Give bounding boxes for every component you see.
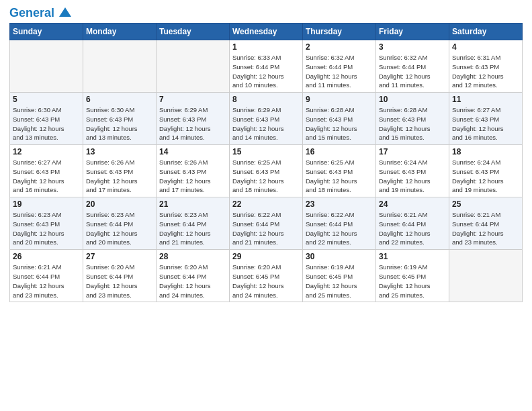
day-cell: 12Sunrise: 6:27 AMSunset: 6:43 PMDayligh… [10, 145, 83, 197]
day-number: 19 [13, 199, 80, 209]
logo: General [9, 7, 71, 19]
day-cell: 21Sunrise: 6:23 AMSunset: 6:44 PMDayligh… [157, 197, 230, 250]
day-cell: 1Sunrise: 6:33 AMSunset: 6:44 PMDaylight… [230, 40, 303, 93]
day-cell: 6Sunrise: 6:30 AMSunset: 6:43 PMDaylight… [83, 93, 157, 145]
day-cell: 23Sunrise: 6:22 AMSunset: 6:44 PMDayligh… [303, 197, 376, 250]
day-number: 27 [86, 252, 153, 261]
day-info: Sunrise: 6:29 AMSunset: 6:43 PMDaylight:… [159, 105, 226, 142]
day-cell: 4Sunrise: 6:31 AMSunset: 6:43 PMDaylight… [449, 40, 523, 93]
day-info: Sunrise: 6:23 AMSunset: 6:44 PMDaylight:… [159, 210, 226, 247]
day-cell: 8Sunrise: 6:29 AMSunset: 6:43 PMDaylight… [230, 93, 303, 145]
day-cell: 10Sunrise: 6:28 AMSunset: 6:43 PMDayligh… [376, 93, 449, 145]
day-cell: 19Sunrise: 6:23 AMSunset: 6:43 PMDayligh… [10, 197, 83, 250]
day-cell: 9Sunrise: 6:28 AMSunset: 6:43 PMDaylight… [303, 93, 376, 145]
day-info: Sunrise: 6:30 AMSunset: 6:43 PMDaylight:… [86, 105, 153, 142]
day-info: Sunrise: 6:28 AMSunset: 6:43 PMDaylight:… [379, 105, 446, 142]
day-number: 24 [379, 199, 446, 209]
weekday-header-friday: Friday [376, 24, 449, 40]
day-info: Sunrise: 6:22 AMSunset: 6:44 PMDaylight:… [306, 210, 373, 247]
week-row-4: 19Sunrise: 6:23 AMSunset: 6:43 PMDayligh… [10, 197, 523, 250]
week-row-5: 26Sunrise: 6:21 AMSunset: 6:44 PMDayligh… [10, 250, 523, 302]
day-number: 12 [13, 147, 80, 156]
calendar-container: General SundayMondayTuesdayWednesdayThur… [0, 0, 532, 411]
day-number: 13 [86, 147, 153, 156]
day-number: 22 [232, 199, 300, 209]
day-cell: 2Sunrise: 6:32 AMSunset: 6:44 PMDaylight… [303, 40, 376, 93]
day-number: 17 [379, 147, 446, 156]
day-cell: 7Sunrise: 6:29 AMSunset: 6:43 PMDaylight… [157, 93, 230, 145]
logo-line1: General [9, 7, 71, 19]
day-info: Sunrise: 6:33 AMSunset: 6:44 PMDaylight:… [232, 53, 300, 90]
weekday-header-tuesday: Tuesday [157, 24, 230, 40]
day-number: 20 [86, 199, 153, 209]
day-number: 26 [13, 252, 80, 261]
day-info: Sunrise: 6:24 AMSunset: 6:43 PMDaylight:… [379, 158, 446, 195]
day-cell: 13Sunrise: 6:26 AMSunset: 6:43 PMDayligh… [83, 145, 157, 197]
day-cell: 24Sunrise: 6:21 AMSunset: 6:44 PMDayligh… [376, 197, 449, 250]
week-row-1: 1Sunrise: 6:33 AMSunset: 6:44 PMDaylight… [10, 40, 523, 93]
day-cell: 31Sunrise: 6:19 AMSunset: 6:45 PMDayligh… [376, 250, 449, 302]
day-cell: 27Sunrise: 6:20 AMSunset: 6:44 PMDayligh… [83, 250, 157, 302]
day-cell: 28Sunrise: 6:20 AMSunset: 6:44 PMDayligh… [157, 250, 230, 302]
day-info: Sunrise: 6:21 AMSunset: 6:44 PMDaylight:… [452, 210, 519, 247]
day-number: 21 [159, 199, 226, 209]
weekday-header-wednesday: Wednesday [230, 24, 303, 40]
calendar-table: SundayMondayTuesdayWednesdayThursdayFrid… [9, 23, 523, 302]
day-cell: 5Sunrise: 6:30 AMSunset: 6:43 PMDaylight… [10, 93, 83, 145]
day-number: 25 [452, 199, 519, 209]
day-number: 29 [232, 252, 300, 261]
day-cell [449, 250, 523, 302]
day-cell: 30Sunrise: 6:19 AMSunset: 6:45 PMDayligh… [303, 250, 376, 302]
day-info: Sunrise: 6:21 AMSunset: 6:44 PMDaylight:… [13, 263, 80, 300]
day-cell: 25Sunrise: 6:21 AMSunset: 6:44 PMDayligh… [449, 197, 523, 250]
day-number: 7 [159, 95, 226, 104]
day-info: Sunrise: 6:29 AMSunset: 6:43 PMDaylight:… [232, 105, 300, 142]
day-cell [83, 40, 157, 93]
day-info: Sunrise: 6:23 AMSunset: 6:43 PMDaylight:… [13, 210, 80, 247]
day-info: Sunrise: 6:31 AMSunset: 6:43 PMDaylight:… [452, 53, 519, 90]
weekday-header-saturday: Saturday [449, 24, 523, 40]
day-number: 30 [306, 252, 373, 261]
day-number: 28 [159, 252, 226, 261]
day-number: 3 [379, 42, 446, 52]
day-info: Sunrise: 6:27 AMSunset: 6:43 PMDaylight:… [13, 158, 80, 195]
day-cell: 3Sunrise: 6:32 AMSunset: 6:44 PMDaylight… [376, 40, 449, 93]
day-number: 5 [13, 95, 80, 104]
day-number: 4 [452, 42, 519, 52]
day-info: Sunrise: 6:25 AMSunset: 6:43 PMDaylight:… [306, 158, 373, 195]
day-info: Sunrise: 6:20 AMSunset: 6:44 PMDaylight:… [159, 263, 226, 300]
day-info: Sunrise: 6:32 AMSunset: 6:44 PMDaylight:… [306, 53, 373, 90]
day-number: 15 [232, 147, 300, 156]
day-info: Sunrise: 6:19 AMSunset: 6:45 PMDaylight:… [379, 263, 446, 300]
day-cell: 20Sunrise: 6:23 AMSunset: 6:44 PMDayligh… [83, 197, 157, 250]
day-cell [157, 40, 230, 93]
day-number: 10 [379, 95, 446, 104]
day-info: Sunrise: 6:20 AMSunset: 6:45 PMDaylight:… [232, 263, 300, 300]
weekday-header-sunday: Sunday [10, 24, 83, 40]
day-info: Sunrise: 6:19 AMSunset: 6:45 PMDaylight:… [306, 263, 373, 300]
day-number: 31 [379, 252, 446, 261]
week-row-3: 12Sunrise: 6:27 AMSunset: 6:43 PMDayligh… [10, 145, 523, 197]
day-cell: 14Sunrise: 6:26 AMSunset: 6:43 PMDayligh… [157, 145, 230, 197]
weekday-header-thursday: Thursday [303, 24, 376, 40]
day-number: 6 [86, 95, 153, 104]
day-cell: 16Sunrise: 6:25 AMSunset: 6:43 PMDayligh… [303, 145, 376, 197]
day-cell: 15Sunrise: 6:25 AMSunset: 6:43 PMDayligh… [230, 145, 303, 197]
day-info: Sunrise: 6:23 AMSunset: 6:44 PMDaylight:… [86, 210, 153, 247]
day-cell [10, 40, 83, 93]
day-info: Sunrise: 6:22 AMSunset: 6:44 PMDaylight:… [232, 210, 300, 247]
day-cell: 18Sunrise: 6:24 AMSunset: 6:43 PMDayligh… [449, 145, 523, 197]
day-number: 11 [452, 95, 519, 104]
day-number: 16 [306, 147, 373, 156]
day-info: Sunrise: 6:26 AMSunset: 6:43 PMDaylight:… [159, 158, 226, 195]
day-cell: 26Sunrise: 6:21 AMSunset: 6:44 PMDayligh… [10, 250, 83, 302]
day-info: Sunrise: 6:30 AMSunset: 6:43 PMDaylight:… [13, 105, 80, 142]
day-info: Sunrise: 6:26 AMSunset: 6:43 PMDaylight:… [86, 158, 153, 195]
day-info: Sunrise: 6:20 AMSunset: 6:44 PMDaylight:… [86, 263, 153, 300]
header: General [9, 7, 523, 19]
day-cell: 17Sunrise: 6:24 AMSunset: 6:43 PMDayligh… [376, 145, 449, 197]
day-info: Sunrise: 6:28 AMSunset: 6:43 PMDaylight:… [306, 105, 373, 142]
day-number: 8 [232, 95, 300, 104]
day-info: Sunrise: 6:27 AMSunset: 6:43 PMDaylight:… [452, 105, 519, 142]
day-cell: 11Sunrise: 6:27 AMSunset: 6:43 PMDayligh… [449, 93, 523, 145]
